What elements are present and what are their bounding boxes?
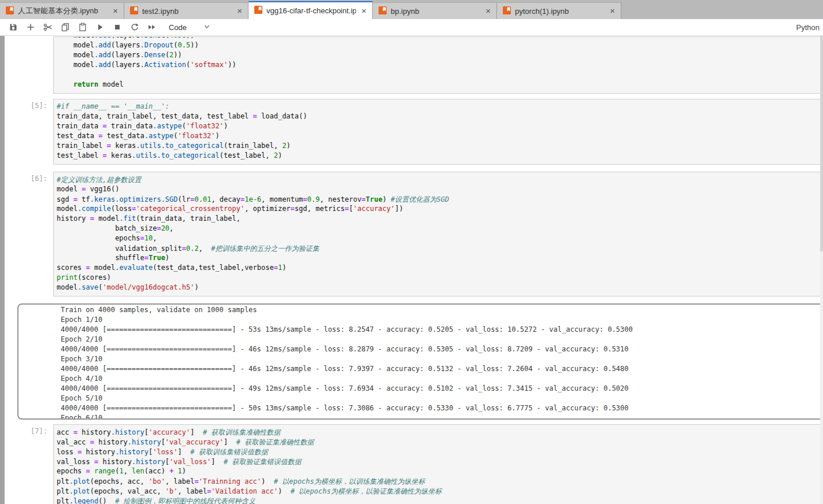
stop-icon xyxy=(113,23,122,32)
add-cell-button[interactable] xyxy=(22,20,39,34)
execution-count: [6]: xyxy=(5,172,53,297)
restart-icon xyxy=(130,23,139,32)
save-icon xyxy=(9,23,18,32)
tab-label: pytorch(1).ipynb xyxy=(515,7,605,16)
output-line: 4000/4000 [=============================… xyxy=(61,345,823,355)
notebook-panel: model.add(layers.Dense(4096)) model.add(… xyxy=(0,36,823,504)
copy-icon xyxy=(61,23,70,32)
copy-cells-button[interactable] xyxy=(57,20,74,34)
output-line: 4000/4000 [=============================… xyxy=(61,404,823,414)
output-line: Epoch 1/10 xyxy=(61,316,823,325)
code-editor[interactable]: #if __name__ == '__main__':train_data, t… xyxy=(53,99,823,165)
tab-close-icon[interactable]: × xyxy=(609,7,616,15)
cell-type-label: Code xyxy=(169,23,187,32)
paste-cells-button[interactable] xyxy=(74,20,91,34)
code-editor[interactable]: model.add(layers.Dense(4096)) model.add(… xyxy=(53,36,823,94)
output-line: Epoch 5/10 xyxy=(61,394,823,404)
plus-icon xyxy=(26,23,35,32)
code-cell: model.add(layers.Dense(4096)) model.add(… xyxy=(5,36,823,94)
paste-icon xyxy=(78,23,87,32)
output-area[interactable]: Train on 4000 samples, validate on 1000 … xyxy=(17,303,823,420)
tab-5[interactable]: pytorch(1).ipynb× xyxy=(497,2,621,19)
notebook-icon xyxy=(6,6,14,16)
notebook-icon xyxy=(503,6,511,16)
execution-count: [5]: xyxy=(5,99,53,165)
tab-2[interactable]: test2.ipynb× xyxy=(124,2,249,19)
tab-4[interactable]: bp.ipynb× xyxy=(373,2,497,19)
code-editor[interactable]: acc = history.history['accuracy'] # 获取训练… xyxy=(53,424,823,504)
output-line: Epoch 6/10 xyxy=(61,414,823,420)
execution-count xyxy=(5,36,53,94)
tab-label: 人工智能基本分类.ipynb xyxy=(18,6,107,16)
restart-run-all-button[interactable] xyxy=(143,20,161,34)
notebook-scroll-area: model.add(layers.Dense(4096)) model.add(… xyxy=(5,36,823,504)
left-sidebar-strip xyxy=(0,36,5,504)
output-line: Epoch 3/10 xyxy=(61,355,823,365)
fast-forward-icon xyxy=(147,23,157,32)
output-line: 4000/4000 [=============================… xyxy=(61,384,823,394)
output-line: Epoch 4/10 xyxy=(61,375,823,384)
execution-count: [7]: xyxy=(5,424,53,504)
tab-close-icon[interactable]: × xyxy=(112,7,119,15)
tab-close-icon[interactable]: × xyxy=(360,7,368,15)
notebook-icon xyxy=(130,6,138,16)
notebook-icon xyxy=(254,6,262,16)
tab-close-icon[interactable]: × xyxy=(484,7,492,15)
output-line: Train on 4000 samples, validate on 1000 … xyxy=(61,306,823,316)
output-line: Epoch 2/10 xyxy=(61,335,823,345)
tab-label: bp.ipynb xyxy=(391,7,480,16)
tab-label: vgg16-cifar-tf-checkpoint.ipy xyxy=(266,6,356,15)
output-line: 4000/4000 [=============================… xyxy=(61,325,823,335)
code-cell: [5]:#if __name__ == '__main__':train_dat… xyxy=(5,99,823,165)
vertical-scrollbar[interactable] xyxy=(820,36,823,504)
tab-bar: 人工智能基本分类.ipynb×test2.ipynb×vgg16-cifar-t… xyxy=(0,0,823,19)
scissors-icon xyxy=(43,23,53,32)
code-cell: [7]:acc = history.history['accuracy'] # … xyxy=(5,424,823,504)
notebook-toolbar: Code Python xyxy=(0,19,823,36)
notebook-icon xyxy=(379,6,387,16)
code-cell: [6]:#定义训练方法,超参数设置model = vgg16()sgd = tf… xyxy=(5,172,823,297)
code-editor[interactable]: #定义训练方法,超参数设置model = vgg16()sgd = tf.ker… xyxy=(53,172,823,297)
kernel-name: Python xyxy=(796,23,820,32)
save-button[interactable] xyxy=(5,20,22,34)
chevron-down-icon xyxy=(203,23,211,32)
interrupt-kernel-button[interactable] xyxy=(109,20,126,34)
tab-close-icon[interactable]: × xyxy=(236,7,243,15)
tab-3[interactable]: vgg16-cifar-tf-checkpoint.ipy× xyxy=(249,1,373,19)
run-button[interactable] xyxy=(91,20,109,34)
tab-label: test2.ipynb xyxy=(142,7,232,16)
cell-type-dropdown[interactable]: Code xyxy=(169,23,211,32)
play-icon xyxy=(95,23,105,32)
tab-1[interactable]: 人工智能基本分类.ipynb× xyxy=(0,2,124,19)
cut-cells-button[interactable] xyxy=(39,20,57,34)
output-line: 4000/4000 [=============================… xyxy=(61,365,823,375)
restart-kernel-button[interactable] xyxy=(126,20,143,34)
scrollbar-thumb[interactable] xyxy=(820,36,823,251)
